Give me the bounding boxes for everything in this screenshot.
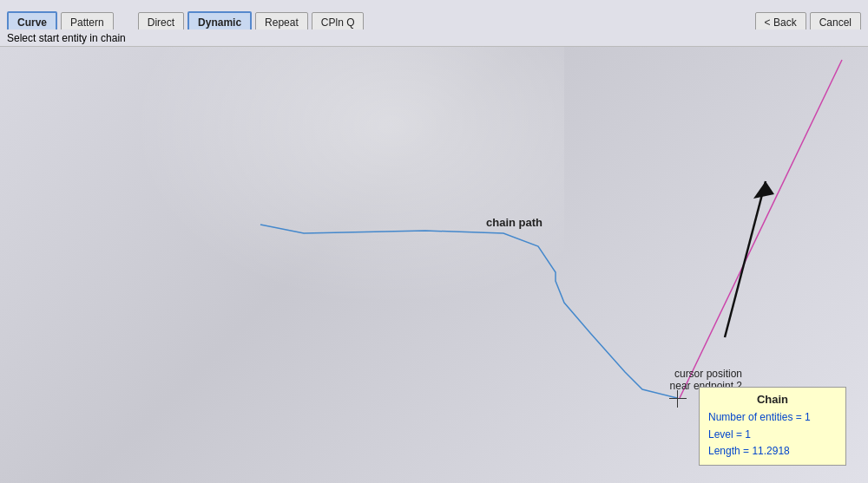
statusbar: Select start entity in chain	[0, 29, 868, 47]
info-row-level: Level = 1	[708, 427, 837, 443]
chain-arrow-line	[725, 181, 766, 337]
blue-chain-path	[260, 225, 677, 398]
info-row-length: Length = 11.2918	[708, 443, 837, 460]
info-box: Chain Number of entities = 1 Level = 1 L…	[699, 387, 846, 466]
info-title: Chain	[708, 393, 837, 406]
magenta-line	[680, 60, 842, 398]
status-text: Select start entity in chain	[7, 32, 126, 44]
chain-arrow-head	[753, 181, 774, 199]
info-row-entities: Number of entities = 1	[708, 409, 837, 426]
canvas-area[interactable]: chain path cursor position near endpoint…	[0, 47, 868, 483]
